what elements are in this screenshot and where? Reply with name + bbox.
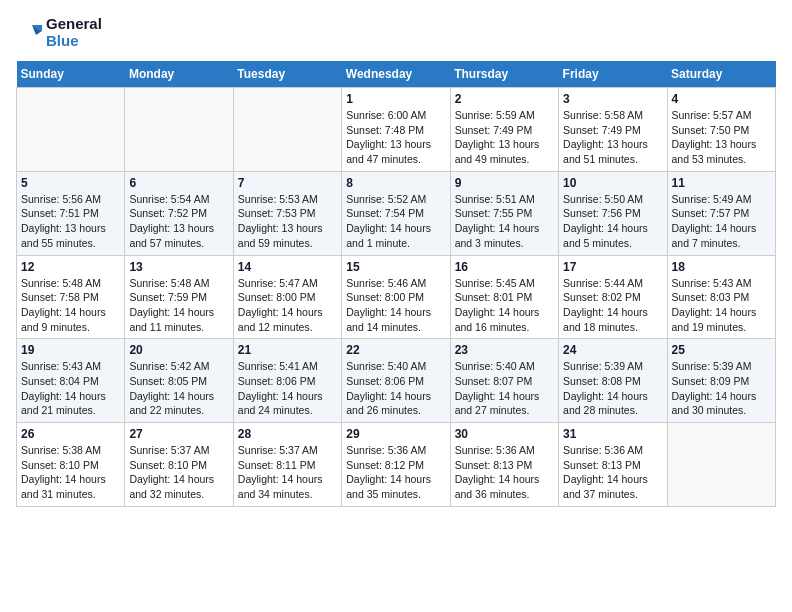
calendar-day (233, 88, 341, 172)
calendar-day: 19Sunrise: 5:43 AMSunset: 8:04 PMDayligh… (17, 339, 125, 423)
day-number: 14 (238, 260, 337, 274)
day-info: Sunrise: 5:49 AMSunset: 7:57 PMDaylight:… (672, 192, 771, 251)
calendar-day: 5Sunrise: 5:56 AMSunset: 7:51 PMDaylight… (17, 171, 125, 255)
weekday-header: Friday (559, 61, 667, 88)
calendar-day (17, 88, 125, 172)
day-number: 30 (455, 427, 554, 441)
calendar-day: 29Sunrise: 5:36 AMSunset: 8:12 PMDayligh… (342, 423, 450, 507)
logo-blue: Blue (46, 33, 102, 50)
day-info: Sunrise: 6:00 AMSunset: 7:48 PMDaylight:… (346, 108, 445, 167)
day-info: Sunrise: 5:54 AMSunset: 7:52 PMDaylight:… (129, 192, 228, 251)
calendar-day: 18Sunrise: 5:43 AMSunset: 8:03 PMDayligh… (667, 255, 775, 339)
calendar-day: 31Sunrise: 5:36 AMSunset: 8:13 PMDayligh… (559, 423, 667, 507)
calendar-day: 21Sunrise: 5:41 AMSunset: 8:06 PMDayligh… (233, 339, 341, 423)
day-info: Sunrise: 5:43 AMSunset: 8:04 PMDaylight:… (21, 359, 120, 418)
day-number: 24 (563, 343, 662, 357)
day-number: 17 (563, 260, 662, 274)
weekday-header: Thursday (450, 61, 558, 88)
day-number: 13 (129, 260, 228, 274)
day-info: Sunrise: 5:42 AMSunset: 8:05 PMDaylight:… (129, 359, 228, 418)
calendar-day: 6Sunrise: 5:54 AMSunset: 7:52 PMDaylight… (125, 171, 233, 255)
calendar-day: 4Sunrise: 5:57 AMSunset: 7:50 PMDaylight… (667, 88, 775, 172)
calendar-day: 23Sunrise: 5:40 AMSunset: 8:07 PMDayligh… (450, 339, 558, 423)
day-number: 1 (346, 92, 445, 106)
day-number: 19 (21, 343, 120, 357)
logo-bird-icon (16, 19, 44, 47)
day-number: 12 (21, 260, 120, 274)
day-number: 29 (346, 427, 445, 441)
day-number: 9 (455, 176, 554, 190)
day-info: Sunrise: 5:50 AMSunset: 7:56 PMDaylight:… (563, 192, 662, 251)
week-row: 5Sunrise: 5:56 AMSunset: 7:51 PMDaylight… (17, 171, 776, 255)
week-row: 12Sunrise: 5:48 AMSunset: 7:58 PMDayligh… (17, 255, 776, 339)
calendar-day (667, 423, 775, 507)
calendar-day: 12Sunrise: 5:48 AMSunset: 7:58 PMDayligh… (17, 255, 125, 339)
day-info: Sunrise: 5:48 AMSunset: 7:59 PMDaylight:… (129, 276, 228, 335)
calendar-day: 10Sunrise: 5:50 AMSunset: 7:56 PMDayligh… (559, 171, 667, 255)
day-number: 18 (672, 260, 771, 274)
weekday-header: Sunday (17, 61, 125, 88)
day-number: 15 (346, 260, 445, 274)
day-number: 22 (346, 343, 445, 357)
day-number: 8 (346, 176, 445, 190)
week-row: 19Sunrise: 5:43 AMSunset: 8:04 PMDayligh… (17, 339, 776, 423)
day-number: 20 (129, 343, 228, 357)
day-info: Sunrise: 5:48 AMSunset: 7:58 PMDaylight:… (21, 276, 120, 335)
day-info: Sunrise: 5:38 AMSunset: 8:10 PMDaylight:… (21, 443, 120, 502)
day-info: Sunrise: 5:40 AMSunset: 8:06 PMDaylight:… (346, 359, 445, 418)
weekday-header: Wednesday (342, 61, 450, 88)
calendar-day: 27Sunrise: 5:37 AMSunset: 8:10 PMDayligh… (125, 423, 233, 507)
weekday-header: Monday (125, 61, 233, 88)
day-info: Sunrise: 5:39 AMSunset: 8:09 PMDaylight:… (672, 359, 771, 418)
calendar-day: 15Sunrise: 5:46 AMSunset: 8:00 PMDayligh… (342, 255, 450, 339)
day-number: 10 (563, 176, 662, 190)
calendar-day: 3Sunrise: 5:58 AMSunset: 7:49 PMDaylight… (559, 88, 667, 172)
day-number: 2 (455, 92, 554, 106)
calendar-day: 25Sunrise: 5:39 AMSunset: 8:09 PMDayligh… (667, 339, 775, 423)
calendar-day: 26Sunrise: 5:38 AMSunset: 8:10 PMDayligh… (17, 423, 125, 507)
day-number: 11 (672, 176, 771, 190)
day-info: Sunrise: 5:57 AMSunset: 7:50 PMDaylight:… (672, 108, 771, 167)
day-info: Sunrise: 5:52 AMSunset: 7:54 PMDaylight:… (346, 192, 445, 251)
calendar-day: 7Sunrise: 5:53 AMSunset: 7:53 PMDaylight… (233, 171, 341, 255)
day-info: Sunrise: 5:59 AMSunset: 7:49 PMDaylight:… (455, 108, 554, 167)
day-number: 23 (455, 343, 554, 357)
calendar-day: 20Sunrise: 5:42 AMSunset: 8:05 PMDayligh… (125, 339, 233, 423)
day-info: Sunrise: 5:37 AMSunset: 8:11 PMDaylight:… (238, 443, 337, 502)
day-info: Sunrise: 5:56 AMSunset: 7:51 PMDaylight:… (21, 192, 120, 251)
day-number: 31 (563, 427, 662, 441)
day-number: 26 (21, 427, 120, 441)
day-info: Sunrise: 5:53 AMSunset: 7:53 PMDaylight:… (238, 192, 337, 251)
day-number: 7 (238, 176, 337, 190)
day-info: Sunrise: 5:58 AMSunset: 7:49 PMDaylight:… (563, 108, 662, 167)
day-number: 3 (563, 92, 662, 106)
day-info: Sunrise: 5:40 AMSunset: 8:07 PMDaylight:… (455, 359, 554, 418)
calendar-day: 9Sunrise: 5:51 AMSunset: 7:55 PMDaylight… (450, 171, 558, 255)
day-info: Sunrise: 5:36 AMSunset: 8:13 PMDaylight:… (455, 443, 554, 502)
day-info: Sunrise: 5:41 AMSunset: 8:06 PMDaylight:… (238, 359, 337, 418)
day-info: Sunrise: 5:39 AMSunset: 8:08 PMDaylight:… (563, 359, 662, 418)
calendar-day: 1Sunrise: 6:00 AMSunset: 7:48 PMDaylight… (342, 88, 450, 172)
day-number: 4 (672, 92, 771, 106)
day-number: 28 (238, 427, 337, 441)
day-info: Sunrise: 5:45 AMSunset: 8:01 PMDaylight:… (455, 276, 554, 335)
day-number: 25 (672, 343, 771, 357)
day-info: Sunrise: 5:43 AMSunset: 8:03 PMDaylight:… (672, 276, 771, 335)
calendar-day: 14Sunrise: 5:47 AMSunset: 8:00 PMDayligh… (233, 255, 341, 339)
day-number: 27 (129, 427, 228, 441)
weekday-header: Saturday (667, 61, 775, 88)
day-info: Sunrise: 5:44 AMSunset: 8:02 PMDaylight:… (563, 276, 662, 335)
calendar-day: 8Sunrise: 5:52 AMSunset: 7:54 PMDaylight… (342, 171, 450, 255)
logo: General Blue (16, 16, 102, 49)
weekday-header: Tuesday (233, 61, 341, 88)
page-header: General Blue (16, 16, 776, 49)
calendar-day: 11Sunrise: 5:49 AMSunset: 7:57 PMDayligh… (667, 171, 775, 255)
calendar-day: 24Sunrise: 5:39 AMSunset: 8:08 PMDayligh… (559, 339, 667, 423)
calendar-day: 28Sunrise: 5:37 AMSunset: 8:11 PMDayligh… (233, 423, 341, 507)
day-number: 21 (238, 343, 337, 357)
week-row: 26Sunrise: 5:38 AMSunset: 8:10 PMDayligh… (17, 423, 776, 507)
day-info: Sunrise: 5:37 AMSunset: 8:10 PMDaylight:… (129, 443, 228, 502)
calendar-day: 22Sunrise: 5:40 AMSunset: 8:06 PMDayligh… (342, 339, 450, 423)
day-info: Sunrise: 5:36 AMSunset: 8:13 PMDaylight:… (563, 443, 662, 502)
calendar-day: 13Sunrise: 5:48 AMSunset: 7:59 PMDayligh… (125, 255, 233, 339)
